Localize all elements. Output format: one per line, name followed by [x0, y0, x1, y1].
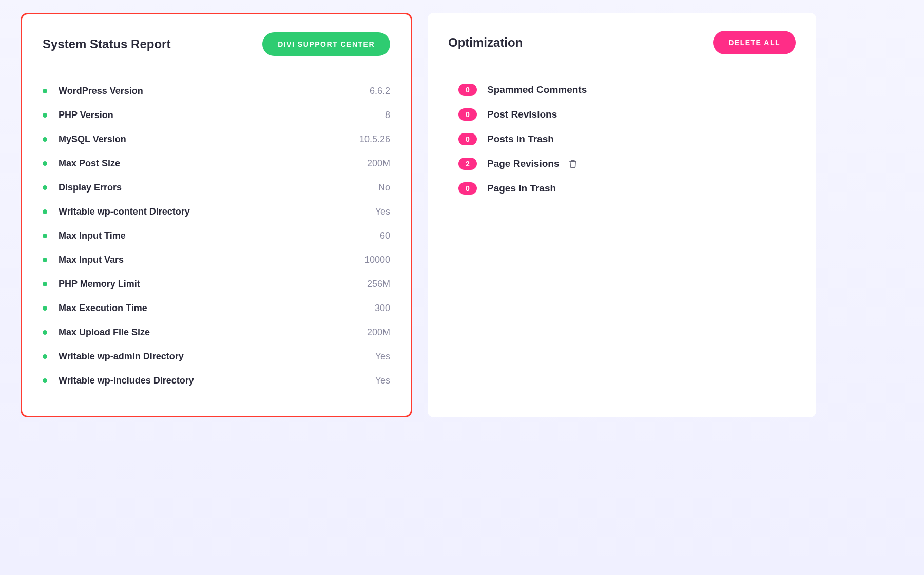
- status-item: MySQL Version10.5.26: [43, 127, 390, 151]
- status-value: 60: [380, 231, 390, 241]
- count-badge: 0: [458, 133, 477, 145]
- status-item: Writable wp-includes DirectoryYes: [43, 369, 390, 393]
- optimization-title: Optimization: [448, 35, 523, 50]
- optimization-item: 0Pages in Trash: [458, 176, 796, 201]
- status-item: PHP Memory Limit256M: [43, 272, 390, 296]
- status-dot-icon: [43, 330, 47, 335]
- status-value: 300: [375, 303, 390, 314]
- status-label: Max Execution Time: [59, 303, 375, 314]
- status-value: 6.6.2: [370, 86, 390, 97]
- optimization-list: 0Spammed Comments0Post Revisions0Posts i…: [448, 78, 796, 201]
- status-label: Max Upload File Size: [59, 327, 367, 338]
- status-label: Max Post Size: [59, 158, 367, 169]
- status-value: 256M: [367, 279, 390, 290]
- count-badge: 2: [458, 158, 477, 170]
- status-item: Max Post Size200M: [43, 151, 390, 176]
- optimization-panel: Optimization DELETE ALL 0Spammed Comment…: [428, 13, 816, 417]
- optimization-item: 0Posts in Trash: [458, 127, 796, 151]
- optimization-item: 2Page Revisions: [458, 151, 796, 176]
- status-label: PHP Memory Limit: [59, 279, 367, 290]
- optimization-label: Posts in Trash: [487, 133, 554, 145]
- status-dot-icon: [43, 185, 47, 190]
- status-label: WordPress Version: [59, 86, 370, 97]
- divi-support-center-button[interactable]: DIVI SUPPORT CENTER: [262, 32, 390, 56]
- status-item: Max Input Time60: [43, 224, 390, 248]
- status-label: Display Errors: [59, 182, 378, 193]
- status-item: WordPress Version6.6.2: [43, 79, 390, 103]
- status-dot-icon: [43, 354, 47, 359]
- status-label: Writable wp-includes Directory: [59, 375, 375, 386]
- count-badge: 0: [458, 182, 477, 195]
- status-dot-icon: [43, 137, 47, 142]
- status-item: Display ErrorsNo: [43, 176, 390, 200]
- status-label: Writable wp-content Directory: [59, 206, 375, 217]
- status-dot-icon: [43, 282, 47, 286]
- status-value: 10000: [364, 255, 390, 265]
- status-value: 10.5.26: [359, 134, 390, 145]
- optimization-item: 0Post Revisions: [458, 102, 796, 127]
- status-value: Yes: [375, 206, 390, 217]
- status-dot-icon: [43, 258, 47, 262]
- status-value: 200M: [367, 158, 390, 169]
- status-dot-icon: [43, 209, 47, 214]
- status-dot-icon: [43, 234, 47, 238]
- count-badge: 0: [458, 84, 477, 96]
- status-value: No: [378, 182, 390, 193]
- status-dot-icon: [43, 378, 47, 383]
- status-label: Max Input Time: [59, 231, 380, 241]
- optimization-label: Pages in Trash: [487, 183, 556, 194]
- status-item: PHP Version8: [43, 103, 390, 127]
- status-item: Max Input Vars10000: [43, 248, 390, 272]
- optimization-label: Spammed Comments: [487, 84, 587, 95]
- optimization-item: 0Spammed Comments: [458, 78, 796, 102]
- status-item: Max Execution Time300: [43, 296, 390, 320]
- status-value: Yes: [375, 375, 390, 386]
- optimization-label: Post Revisions: [487, 109, 557, 120]
- system-status-panel: System Status Report DIVI SUPPORT CENTER…: [21, 13, 412, 417]
- system-status-list: WordPress Version6.6.2PHP Version8MySQL …: [43, 79, 390, 393]
- status-dot-icon: [43, 306, 47, 311]
- system-status-header: System Status Report DIVI SUPPORT CENTER: [43, 32, 390, 56]
- status-value: 200M: [367, 327, 390, 338]
- status-dot-icon: [43, 113, 47, 118]
- trash-icon[interactable]: [568, 159, 578, 169]
- status-item: Writable wp-content DirectoryYes: [43, 200, 390, 224]
- status-value: Yes: [375, 351, 390, 362]
- optimization-header: Optimization DELETE ALL: [448, 31, 796, 54]
- status-label: PHP Version: [59, 110, 385, 121]
- status-label: Max Input Vars: [59, 255, 364, 265]
- status-dot-icon: [43, 89, 47, 93]
- status-value: 8: [385, 110, 390, 121]
- status-dot-icon: [43, 161, 47, 166]
- status-label: MySQL Version: [59, 134, 359, 145]
- system-status-title: System Status Report: [43, 37, 170, 51]
- count-badge: 0: [458, 108, 477, 121]
- status-item: Max Upload File Size200M: [43, 320, 390, 344]
- status-label: Writable wp-admin Directory: [59, 351, 375, 362]
- delete-all-button[interactable]: DELETE ALL: [713, 31, 796, 54]
- optimization-label: Page Revisions: [487, 158, 559, 169]
- status-item: Writable wp-admin DirectoryYes: [43, 344, 390, 369]
